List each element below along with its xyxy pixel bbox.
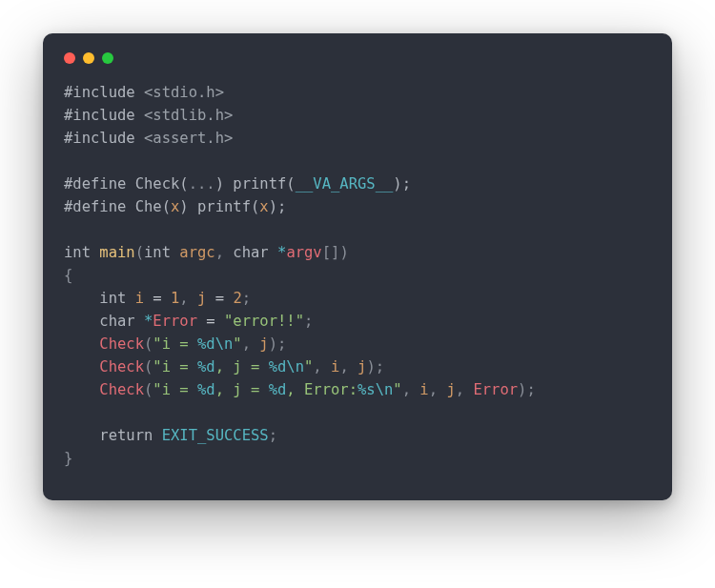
macro-call: Check bbox=[99, 381, 144, 398]
string-literal: "error!!" bbox=[224, 313, 304, 330]
macro-call: Check bbox=[99, 335, 144, 353]
preproc-include: #include bbox=[64, 84, 135, 101]
va-args-macro: __VA_ARGS__ bbox=[296, 175, 394, 193]
param-argc: argc bbox=[179, 244, 214, 261]
close-brace: } bbox=[64, 450, 72, 467]
macro-call: Check bbox=[99, 358, 144, 375]
var-j: j bbox=[197, 290, 206, 307]
window-titlebar bbox=[64, 49, 651, 81]
type-keyword: int bbox=[64, 244, 91, 261]
return-keyword: return bbox=[99, 427, 153, 444]
zoom-icon[interactable] bbox=[102, 52, 113, 64]
param-argv: argv bbox=[286, 244, 321, 261]
code-window: #include <stdio.h> #include <stdlib.h> #… bbox=[43, 33, 672, 500]
var-error: Error bbox=[153, 313, 197, 330]
var-i: i bbox=[135, 290, 144, 307]
exit-success-const: EXIT_SUCCESS bbox=[162, 427, 269, 444]
header-name: <assert.h> bbox=[135, 130, 234, 147]
minimize-icon[interactable] bbox=[83, 52, 94, 64]
close-icon[interactable] bbox=[64, 52, 75, 64]
header-name: <stdlib.h> bbox=[135, 107, 234, 124]
preproc-include: #include bbox=[64, 107, 135, 124]
function-name: main bbox=[99, 244, 134, 261]
stage: #include <stdio.h> #include <stdlib.h> #… bbox=[0, 0, 715, 588]
open-brace: { bbox=[64, 267, 72, 284]
preproc-define: #define Che( bbox=[64, 198, 171, 215]
preproc-include: #include bbox=[64, 130, 135, 147]
preproc-define: #define Check( bbox=[64, 175, 189, 193]
header-name: <stdio.h> bbox=[135, 84, 224, 101]
code-block: #include <stdio.h> #include <stdlib.h> #… bbox=[64, 81, 651, 470]
